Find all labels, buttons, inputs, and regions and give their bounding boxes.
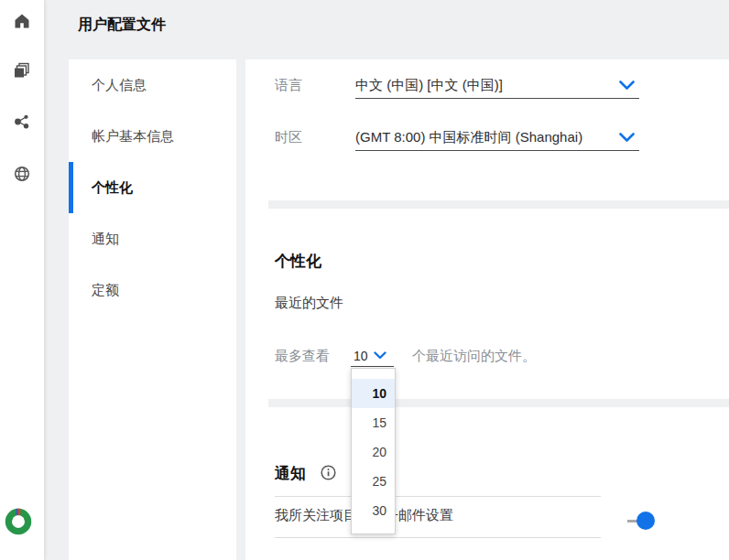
profile-sidenav: 个人信息 帐户基本信息 个性化 通知 定额 bbox=[69, 59, 236, 560]
sidebar-item-label: 个人信息 bbox=[92, 77, 147, 94]
globe-icon[interactable] bbox=[14, 166, 30, 182]
sidebar-item-quota[interactable]: 定额 bbox=[69, 264, 236, 316]
language-label: 语言 bbox=[275, 77, 302, 94]
timezone-underline bbox=[355, 150, 639, 151]
app-icon-rail bbox=[0, 0, 44, 560]
timezone-select[interactable]: (GMT 8:00) 中国标准时间 (Shanghai) bbox=[355, 129, 639, 146]
sidebar-item-personalization[interactable]: 个性化 bbox=[69, 162, 236, 213]
email-notifications-toggle[interactable] bbox=[627, 512, 655, 532]
home-icon[interactable] bbox=[14, 13, 30, 29]
sidebar-item-notifications[interactable]: 通知 bbox=[69, 213, 236, 264]
sidebar-item-account-basics[interactable]: 帐户基本信息 bbox=[69, 111, 236, 162]
collections-icon[interactable] bbox=[14, 62, 30, 79]
dropdown-option-20[interactable]: 20 bbox=[352, 437, 395, 467]
sidebar-item-label: 通知 bbox=[92, 231, 119, 248]
recent-count-dropdown: 10 15 20 25 30 bbox=[351, 368, 396, 534]
max-view-prefix: 最多查看 bbox=[275, 348, 330, 365]
timezone-value: (GMT 8:00) 中国标准时间 (Shanghai) bbox=[355, 129, 582, 145]
main-content: 语言 中文 (中国) [中文 (中国)] 时区 (GMT 8:00) 中国标准时… bbox=[245, 59, 729, 560]
dropdown-option-10[interactable]: 10 bbox=[352, 379, 395, 408]
share-icon[interactable] bbox=[14, 113, 30, 130]
language-value: 中文 (中国) [中文 (中国)] bbox=[355, 77, 503, 92]
recent-count-select[interactable]: 10 bbox=[354, 349, 368, 363]
personalization-heading: 个性化 bbox=[275, 251, 321, 272]
dropdown-option-30[interactable]: 30 bbox=[352, 496, 395, 525]
row-divider bbox=[275, 496, 601, 497]
toggle-knob bbox=[637, 512, 655, 530]
sidebar-item-label: 定额 bbox=[92, 282, 119, 299]
dropdown-option-15[interactable]: 15 bbox=[352, 408, 395, 437]
recent-count-underline bbox=[351, 366, 394, 367]
row-divider bbox=[275, 537, 601, 538]
section-divider bbox=[268, 399, 729, 407]
language-underline bbox=[355, 98, 639, 99]
section-divider bbox=[268, 200, 729, 209]
dropdown-option-25[interactable]: 25 bbox=[352, 467, 395, 496]
chevron-down-icon[interactable] bbox=[374, 351, 386, 360]
language-select[interactable]: 中文 (中国) [中文 (中国)] bbox=[355, 77, 639, 94]
sidebar-item-personal-info[interactable]: 个人信息 bbox=[69, 59, 236, 111]
sidebar-item-label: 帐户基本信息 bbox=[92, 128, 174, 145]
info-icon[interactable] bbox=[321, 465, 336, 480]
notifications-heading: 通知 bbox=[275, 463, 306, 484]
chevron-down-icon[interactable] bbox=[619, 133, 635, 143]
page-title: 用户配置文件 bbox=[78, 16, 166, 35]
brand-ring-logo-icon[interactable] bbox=[5, 508, 32, 535]
chevron-down-icon[interactable] bbox=[619, 81, 635, 91]
timezone-label: 时区 bbox=[275, 129, 302, 146]
max-view-suffix: 个最近访问的文件。 bbox=[412, 348, 536, 365]
sidebar-item-label: 个性化 bbox=[92, 179, 133, 197]
recent-files-label: 最近的文件 bbox=[275, 295, 343, 312]
